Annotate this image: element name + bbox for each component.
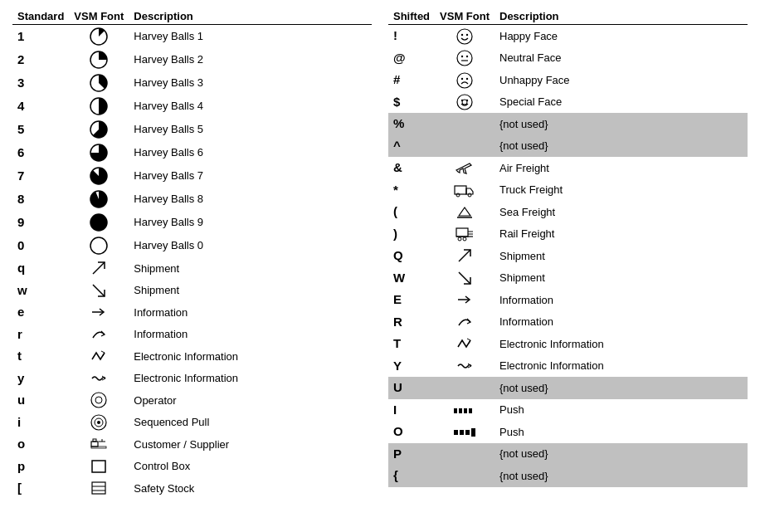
left-table-row: [ Safety Stock bbox=[12, 477, 372, 500]
right-header-desc: Description bbox=[494, 8, 748, 25]
left-standard-key: 2 bbox=[12, 48, 69, 71]
right-table-row: W Shipment bbox=[388, 267, 748, 290]
svg-point-35 bbox=[457, 73, 472, 88]
right-vsm-icon bbox=[435, 377, 494, 399]
left-table-row: i Sequenced Pull bbox=[12, 412, 372, 434]
left-table-row: 7 Harvey Balls 7 bbox=[12, 164, 372, 188]
right-description: Information bbox=[494, 289, 748, 311]
left-description: Harvey Balls 6 bbox=[129, 141, 372, 164]
left-table-row: 0 Harvey Balls 0 bbox=[12, 234, 372, 257]
left-table-row: 8 Harvey Balls 8 bbox=[12, 188, 372, 211]
right-vsm-icon bbox=[435, 113, 494, 135]
left-vsm-icon bbox=[69, 345, 129, 368]
right-description: Unhappy Face bbox=[494, 69, 748, 91]
left-vsm-icon bbox=[69, 95, 129, 118]
left-table-row: 4 Harvey Balls 4 bbox=[12, 95, 372, 118]
right-table-row: Y Electronic Information bbox=[388, 355, 748, 378]
right-description: Neutral Face bbox=[494, 47, 748, 70]
left-standard-key: i bbox=[12, 412, 69, 434]
right-shifted-key: W bbox=[388, 267, 435, 290]
right-table-row: $ Special Face bbox=[388, 91, 748, 114]
svg-line-53 bbox=[459, 272, 470, 284]
right-vsm-icon bbox=[435, 201, 494, 223]
svg-rect-59 bbox=[454, 430, 458, 435]
left-standard-key: r bbox=[12, 324, 69, 346]
left-vsm-icon bbox=[69, 412, 129, 434]
left-description: Harvey Balls 4 bbox=[129, 95, 372, 118]
right-description: Shipment bbox=[494, 245, 748, 267]
left-vsm-icon bbox=[69, 456, 129, 478]
right-table-row: I Push bbox=[388, 399, 748, 422]
left-description: Harvey Balls 2 bbox=[129, 48, 372, 71]
right-shifted-key: R bbox=[388, 311, 435, 334]
right-table-row: E Information bbox=[388, 289, 748, 311]
left-table-row: w Shipment bbox=[12, 280, 372, 302]
right-table-row: ! Happy Face bbox=[388, 25, 748, 47]
left-standard-key: [ bbox=[12, 477, 69, 500]
right-vsm-icon bbox=[435, 355, 494, 378]
left-header-vsm: VSM Font bbox=[69, 8, 129, 25]
right-vsm-icon bbox=[435, 157, 494, 179]
right-description: {not used} bbox=[494, 443, 748, 466]
svg-point-32 bbox=[461, 56, 463, 57]
right-shifted-key: @ bbox=[388, 47, 435, 70]
svg-point-29 bbox=[461, 33, 463, 35]
svg-rect-55 bbox=[454, 408, 457, 413]
left-description: Customer / Supplier bbox=[129, 433, 372, 456]
left-description: Harvey Balls 0 bbox=[129, 234, 372, 257]
left-vsm-icon bbox=[69, 301, 129, 324]
right-vsm-icon bbox=[435, 25, 494, 47]
svg-point-33 bbox=[466, 56, 468, 57]
left-description: Harvey Balls 9 bbox=[129, 211, 372, 234]
right-table-row: P{not used} bbox=[388, 443, 748, 466]
svg-point-38 bbox=[457, 95, 472, 110]
left-description: Sequenced Pull bbox=[129, 412, 372, 434]
right-vsm-icon bbox=[435, 443, 494, 466]
left-table-row: p Control Box bbox=[12, 456, 372, 478]
left-standard-key: 6 bbox=[12, 141, 69, 164]
right-header-vsm: VSM Font bbox=[435, 8, 494, 25]
svg-line-12 bbox=[93, 285, 105, 296]
right-section: Shifted VSM Font Description ! Happy Fac… bbox=[388, 8, 748, 500]
right-shifted-key: ! bbox=[388, 25, 435, 47]
svg-rect-19 bbox=[91, 442, 98, 447]
left-vsm-icon bbox=[69, 234, 129, 257]
right-shifted-key: $ bbox=[388, 91, 435, 114]
left-description: Shipment bbox=[129, 280, 372, 302]
left-standard-key: p bbox=[12, 456, 69, 478]
right-shifted-key: * bbox=[388, 179, 435, 202]
svg-line-52 bbox=[459, 250, 470, 261]
left-description: Information bbox=[129, 324, 372, 346]
right-vsm-icon bbox=[435, 311, 494, 334]
svg-rect-58 bbox=[469, 408, 472, 413]
right-description: Sea Freight bbox=[494, 201, 748, 223]
left-description: Shipment bbox=[129, 257, 372, 280]
right-vsm-icon bbox=[435, 465, 494, 487]
right-shifted-key: U bbox=[388, 377, 435, 399]
right-vsm-icon bbox=[435, 91, 494, 114]
left-vsm-icon bbox=[69, 164, 129, 188]
right-description: {not used} bbox=[494, 135, 748, 158]
right-table-row: R Information bbox=[388, 311, 748, 334]
left-standard-key: 3 bbox=[12, 71, 69, 95]
right-vsm-icon bbox=[435, 69, 494, 91]
svg-rect-56 bbox=[459, 408, 462, 413]
left-table-row: r Information bbox=[12, 324, 372, 346]
left-description: Harvey Balls 7 bbox=[129, 164, 372, 188]
left-description: Harvey Balls 5 bbox=[129, 118, 372, 141]
right-shifted-key: P bbox=[388, 443, 435, 466]
right-vsm-icon bbox=[435, 421, 494, 443]
left-header-standard: Standard bbox=[12, 8, 69, 25]
left-table-row: 9 Harvey Balls 9 bbox=[12, 211, 372, 234]
left-vsm-icon bbox=[69, 118, 129, 141]
right-vsm-icon bbox=[435, 223, 494, 246]
left-description: Operator bbox=[129, 389, 372, 412]
svg-point-28 bbox=[457, 29, 472, 44]
left-table-row: q Shipment bbox=[12, 257, 372, 280]
right-vsm-icon bbox=[435, 179, 494, 202]
left-table-row: e Information bbox=[12, 301, 372, 324]
left-vsm-icon bbox=[69, 211, 129, 234]
svg-rect-46 bbox=[456, 228, 468, 237]
left-standard-key: 5 bbox=[12, 118, 69, 141]
left-table-row: 1 Harvey Balls 1 bbox=[12, 25, 372, 49]
